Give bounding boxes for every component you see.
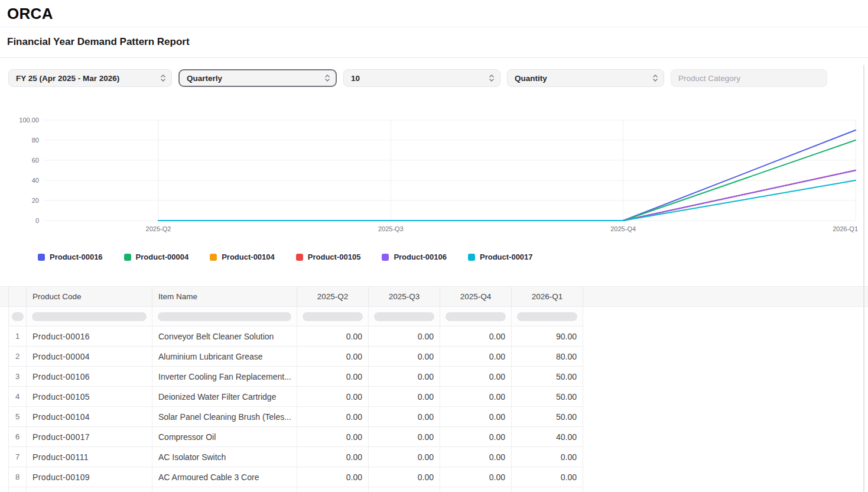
legend-label: Product-00106 [394,253,447,261]
quantity-cell: 0.00 [369,367,440,386]
row-number: 2 [9,347,27,366]
column-header[interactable]: Product Code [27,287,152,306]
product-code-cell: Product-00016 [27,326,152,346]
chart-legend: Product-00016Product-00004Product-00104P… [38,253,860,261]
item-name-cell: Deionized Water Filter Cartridge [152,387,297,406]
row-number: 8 [9,467,27,487]
quantity-cell: 0.00 [440,387,512,406]
quantity-cell: 0.00 [440,427,512,446]
column-header[interactable]: 2025-Q3 [369,287,440,306]
column-filter-input[interactable] [32,312,147,321]
period-select[interactable]: Quarterly [178,69,337,87]
table-row[interactable]: 6Product-00017Compressor Oil0.000.000.00… [8,427,583,447]
demand-table: Product CodeItem Name2025-Q22025-Q32025-… [0,286,868,492]
quantity-cell: 0.00 [440,347,512,366]
table-row[interactable]: 1Product-00016Conveyor Belt Cleaner Solu… [8,326,583,347]
quantity-cell: 90.00 [512,326,583,346]
column-filter-input[interactable] [517,312,577,321]
quantity-cell: 0.00 [297,487,369,492]
app-header: ORCA [0,0,868,27]
table-row[interactable]: 7Product-00111AC Isolator Switch0.000.00… [8,447,583,467]
row-filter[interactable] [12,312,24,321]
item-name-cell: AC Isolator Switch [152,447,297,467]
column-header[interactable]: 2025-Q2 [297,287,369,306]
select-chevrons-icon [652,73,658,83]
quantity-cell: 0.00 [440,407,512,426]
row-number: 5 [9,407,27,426]
table-row[interactable]: 9Product-00108DC Solar Cable 6 Sqmm0.000… [8,487,583,492]
legend-label: Product-00016 [50,253,103,261]
quantity-cell: 0.00 [297,447,369,467]
quantity-cell: 50.00 [512,407,583,426]
quantity-cell: 0.00 [440,326,512,346]
svg-text:20: 20 [32,197,39,204]
legend-item[interactable]: Product-00106 [382,253,447,261]
quantity-cell: 0.00 [512,447,583,467]
quantity-cell: 0.00 [297,347,369,366]
quantity-cell: 0.00 [440,487,512,492]
row-number: 4 [9,387,27,406]
item-name-cell: Inverter Cooling Fan Replacement... [152,367,297,386]
line-chart: 100.008060402002025-Q22025-Q32025-Q42026… [8,103,860,244]
legend-swatch [124,254,131,261]
select-chevrons-icon [160,73,166,83]
quantity-cell: 50.00 [512,387,583,406]
column-filter-input[interactable] [446,312,506,321]
product-code-cell: Product-00004 [27,347,152,366]
column-header[interactable]: 2025-Q4 [440,287,512,306]
product-code-cell: Product-00017 [27,427,152,446]
legend-swatch [210,254,217,261]
legend-label: Product-00017 [480,253,533,261]
top-n-select[interactable]: 10 [343,69,500,87]
row-number: 9 [9,487,27,492]
item-name-cell: Conveyor Belt Cleaner Solution [152,326,297,346]
column-header[interactable]: Item Name [152,287,297,306]
svg-text:2025-Q3: 2025-Q3 [378,225,404,232]
row-number: 7 [9,447,27,467]
product-code-cell: Product-00106 [27,367,152,386]
legend-item[interactable]: Product-00004 [124,253,189,261]
table-body: 1Product-00016Conveyor Belt Cleaner Solu… [0,326,868,492]
product-category-input[interactable] [671,69,827,87]
select-chevrons-icon [489,73,495,83]
legend-item[interactable]: Product-00016 [38,253,103,261]
vertical-scrollbar[interactable] [863,65,864,492]
table-row[interactable]: 3Product-00106Inverter Cooling Fan Repla… [8,367,583,387]
quantity-cell: 0.00 [512,487,583,492]
column-filter-input[interactable] [374,312,434,321]
quantity-cell: 0.00 [440,447,512,467]
table-row[interactable]: 8Product-00109AC Armoured Cable 3 Core0.… [8,467,583,487]
legend-label: Product-00105 [308,253,361,261]
financial-year-value: FY 25 (Apr 2025 - Mar 2026) [16,74,119,83]
item-name-cell: DC Solar Cable 6 Sqmm [152,487,297,492]
svg-text:2025-Q2: 2025-Q2 [146,225,171,232]
quantity-cell: 0.00 [369,347,440,366]
product-code-cell: Product-00108 [27,487,152,492]
quantity-cell: 0.00 [440,467,512,487]
page-title-row: Financial Year Demand Pattern Report [0,27,868,58]
legend-item[interactable]: Product-00105 [296,253,361,261]
column-filter-input[interactable] [303,312,363,321]
legend-item[interactable]: Product-00104 [210,253,275,261]
item-name-cell: Compressor Oil [152,427,297,446]
table-row[interactable]: 2Product-00004Aluminium Lubricant Grease… [8,347,583,367]
demand-chart: 100.008060402002025-Q22025-Q32025-Q42026… [0,95,868,261]
measure-value: Quantity [515,74,547,83]
financial-year-select[interactable]: FY 25 (Apr 2025 - Mar 2026) [8,69,172,87]
legend-item[interactable]: Product-00017 [468,253,533,261]
column-filter-input[interactable] [158,312,291,321]
app-logo: ORCA [7,5,861,23]
column-header[interactable]: 2026-Q1 [512,287,583,306]
quantity-cell: 0.00 [297,467,369,487]
quantity-cell: 0.00 [297,367,369,386]
item-name-cell: Aluminium Lubricant Grease [152,347,297,366]
table-filter-row [8,307,583,326]
svg-text:100.00: 100.00 [19,116,39,124]
table-row[interactable]: 5Product-00104Solar Panel Cleaning Brush… [8,407,583,427]
quantity-cell: 0.00 [297,407,369,426]
measure-select[interactable]: Quantity [507,69,664,87]
page-title: Financial Year Demand Pattern Report [7,36,861,48]
table-header-strip: Product CodeItem Name2025-Q22025-Q32025-… [0,286,868,307]
svg-text:2026-Q1: 2026-Q1 [833,225,858,232]
table-row[interactable]: 4Product-00105Deionized Water Filter Car… [8,387,583,407]
